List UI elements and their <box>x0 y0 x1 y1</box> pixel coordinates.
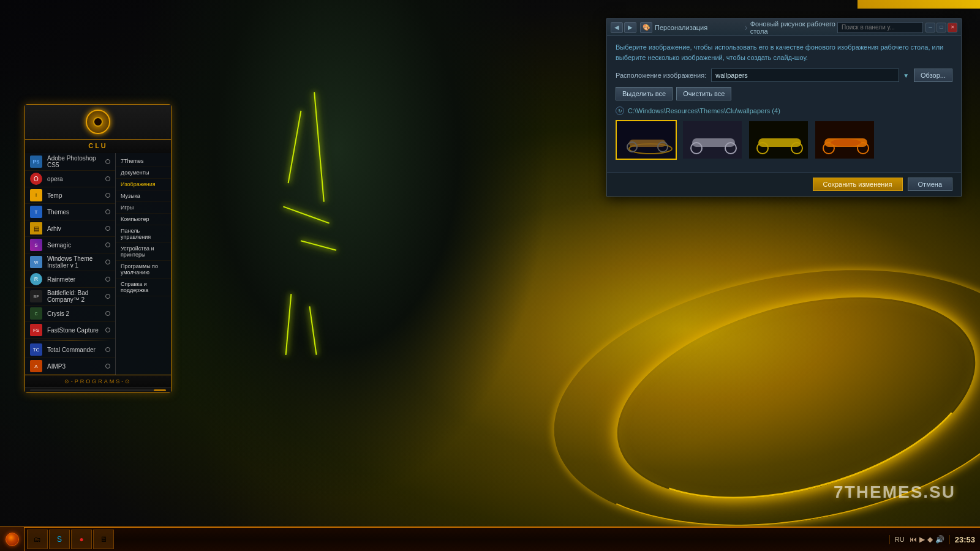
app-item-totalcmd[interactable]: TC Total Commander <box>25 342 115 358</box>
panel-description: Выберите изображение, чтобы использовать… <box>616 42 952 62</box>
start-orb-icon <box>6 533 19 546</box>
app-item-rainmeter[interactable]: R Rainmeter <box>25 271 115 288</box>
taskbar-item-explorer[interactable]: 🗂 <box>27 530 48 549</box>
maximize-button[interactable]: □ <box>937 23 946 32</box>
wallpaper-thumb-1[interactable] <box>616 120 677 160</box>
folder-icon: ▤ <box>30 222 42 234</box>
wallpaper-image-1 <box>617 121 676 159</box>
close-button[interactable]: ✕ <box>948 23 957 32</box>
semagic-icon: S <box>30 239 42 251</box>
svg-point-17 <box>831 139 861 146</box>
app-name-rainmeter: Rainmeter <box>47 276 105 283</box>
bf-icon: BF <box>30 290 42 302</box>
app-item-faststone[interactable]: FS FastStone Capture <box>25 322 115 339</box>
menu-7themes[interactable]: 7Themes <box>116 156 171 167</box>
app-item-aimp[interactable]: A AIMP3 <box>25 358 115 375</box>
launcher-header <box>25 105 171 140</box>
titlebar-wallpaper-text: Фоновый рисунок рабочего стола <box>750 20 837 35</box>
titlebar-sep: › <box>744 22 747 33</box>
launcher-scrollbar[interactable] <box>25 388 171 392</box>
warn-icon: ! <box>30 189 42 201</box>
wallpaper-thumb-4[interactable] <box>814 120 875 160</box>
aimp-icon: A <box>30 360 42 372</box>
app-name-battlefield: Battlefield: Bad Company™ 2 <box>47 290 105 303</box>
language-indicator: RU <box>895 536 905 543</box>
watermark: 7THEMES.SU <box>834 482 956 502</box>
app-item-arhiv[interactable]: ▤ Arhiv <box>25 220 115 237</box>
tray-volume-icon[interactable]: 🔊 <box>935 535 944 544</box>
app-item-battlefield[interactable]: BF Battlefield: Bad Company™ 2 <box>25 288 115 305</box>
app-name-arhiv: Arhiv <box>47 225 105 232</box>
menu-games[interactable]: Игры <box>116 202 171 214</box>
titlebar-search-input[interactable] <box>837 22 923 33</box>
top-accent-bar <box>858 0 980 9</box>
menu-music[interactable]: Музыка <box>116 190 171 202</box>
browse-button[interactable]: Обзор... <box>914 69 952 82</box>
menu-devices[interactable]: Устройства и принтеры <box>116 243 171 261</box>
taskbar-item-skype[interactable]: S <box>49 530 70 549</box>
program-launcher: CLU Ps Adobe Photoshop CS5 O opera ! Tem… <box>24 104 172 393</box>
tray-icons: ⏮ ▶ ◆ 🔊 <box>910 535 944 544</box>
nav-forward-btn[interactable]: ▶ <box>624 22 636 33</box>
crysis-icon: C <box>30 307 42 320</box>
menu-help[interactable]: Справка и поддержка <box>116 279 171 296</box>
panel-body: Выберите изображение, чтобы использовать… <box>607 36 961 172</box>
clear-all-button[interactable]: Очистить все <box>676 87 731 100</box>
tray-play-icon[interactable]: ▶ <box>919 535 925 544</box>
menu-computer[interactable]: Компьютер <box>116 214 171 225</box>
wallpaper-image-2 <box>683 121 742 159</box>
explorer-icon: 🗂 <box>31 533 43 545</box>
separator-1 <box>30 340 110 340</box>
indicator-semagic <box>105 242 110 247</box>
wallpaper-thumb-2[interactable] <box>682 120 743 160</box>
indicator-aimp <box>105 364 110 369</box>
app-item-photoshop[interactable]: Ps Adobe Photoshop CS5 <box>25 153 115 171</box>
minimize-button[interactable]: ─ <box>925 23 935 32</box>
menu-docs[interactable]: Документы <box>116 167 171 179</box>
indicator-rainmeter <box>105 277 110 282</box>
system-clock: 23:53 <box>949 535 975 544</box>
menu-defaults[interactable]: Программы по умолчанию <box>116 261 171 279</box>
menu-controlpanel[interactable]: Панель управления <box>116 225 171 243</box>
app-item-opera[interactable]: O opera <box>25 171 115 187</box>
taskbar-item-desktop[interactable]: 🖥 <box>93 530 114 549</box>
indicator-opera <box>105 176 110 181</box>
cancel-button[interactable]: Отмена <box>908 178 952 191</box>
nav-back-btn[interactable]: ◀ <box>611 22 623 33</box>
app-item-temp[interactable]: ! Temp <box>25 187 115 204</box>
app-name-crysis: Crysis 2 <box>47 310 105 317</box>
programs-label: ⊙-PROGRAMS-⊙ <box>30 378 166 384</box>
taskbar: 🗂 S ● 🖥 RU ⏮ ▶ ◆ 🔊 23:53 <box>0 527 980 551</box>
themes-icon: T <box>30 206 42 218</box>
titlebar-personalize-icon: 🎨 <box>640 22 652 33</box>
panel-bottom-buttons: Сохранить изменения Отмена <box>607 172 961 196</box>
avatar-inner <box>93 117 103 127</box>
location-label: Расположение изображения: <box>616 72 706 79</box>
taskbar-item-mail[interactable]: ● <box>71 530 92 549</box>
app-item-themes[interactable]: T Themes <box>25 204 115 220</box>
launcher-section: Ps Adobe Photoshop CS5 O opera ! Temp T … <box>25 153 171 375</box>
select-all-button[interactable]: Выделить все <box>616 87 673 100</box>
location-input[interactable] <box>711 69 899 82</box>
ps-icon: Ps <box>30 156 42 168</box>
menu-images[interactable]: Изображения <box>116 179 171 190</box>
save-button[interactable]: Сохранить изменения <box>813 178 903 191</box>
wallpaper-thumb-3[interactable] <box>748 120 809 160</box>
app-item-wti[interactable]: W Windows Theme Installer v 1 <box>25 253 115 271</box>
titlebar-controls: ─ □ ✕ <box>925 23 957 32</box>
location-row: Расположение изображения: ▼ Обзор... <box>616 69 952 82</box>
indicator-themes <box>105 209 110 214</box>
start-button[interactable] <box>0 527 24 551</box>
folder-path-text: C:\Windows\Resources\Themes\Clu\wallpape… <box>628 107 780 114</box>
launcher-title: CLU <box>25 140 171 153</box>
refresh-icon[interactable]: ↻ <box>616 107 624 115</box>
tray-prev-icon[interactable]: ⏮ <box>910 535 917 544</box>
panel-window: ◀ ▶ 🎨 Персонализация › Фоновый рисунок р… <box>606 18 962 197</box>
app-item-crysis[interactable]: C Crysis 2 <box>25 305 115 322</box>
indicator-battlefield <box>105 294 110 299</box>
dropdown-arrow-icon[interactable]: ▼ <box>903 72 909 79</box>
app-item-semagic[interactable]: S Semagic <box>25 237 115 253</box>
indicator-crysis <box>105 311 110 316</box>
desktop-icon: 🖥 <box>97 533 110 545</box>
scrollbar-track <box>30 389 166 391</box>
